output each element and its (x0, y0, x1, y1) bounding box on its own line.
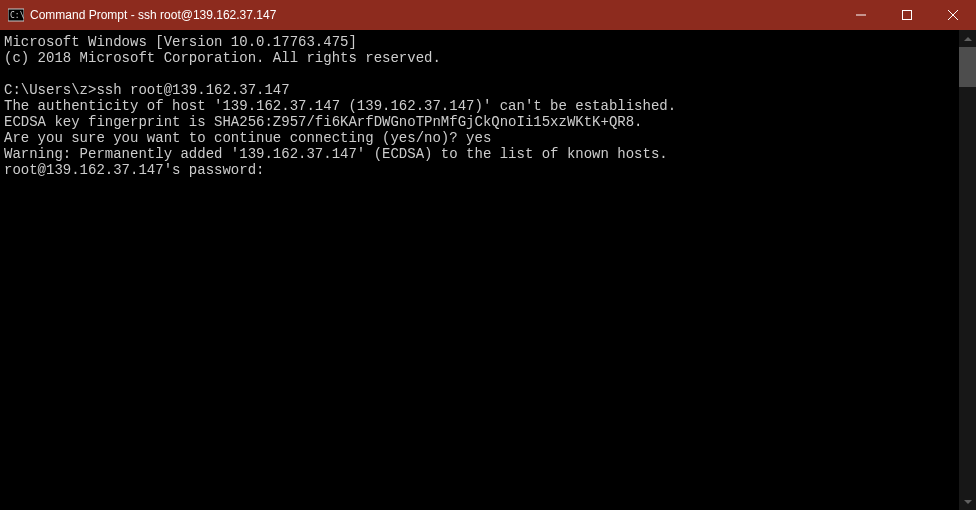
close-button[interactable] (930, 0, 976, 30)
minimize-button[interactable] (838, 0, 884, 30)
window-controls (838, 0, 976, 30)
svg-marker-6 (964, 37, 972, 41)
scrollbar[interactable] (959, 30, 976, 510)
maximize-button[interactable] (884, 0, 930, 30)
svg-text:C:\: C:\ (10, 11, 24, 20)
svg-rect-3 (903, 11, 912, 20)
scrollbar-thumb[interactable] (959, 47, 976, 87)
window-title: Command Prompt - ssh root@139.162.37.147 (30, 8, 838, 22)
scrollbar-up-button[interactable] (959, 30, 976, 47)
scrollbar-down-button[interactable] (959, 493, 976, 510)
terminal-output[interactable]: Microsoft Windows [Version 10.0.17763.47… (0, 30, 959, 510)
svg-marker-7 (964, 500, 972, 504)
titlebar[interactable]: C:\ Command Prompt - ssh root@139.162.37… (0, 0, 976, 30)
cmd-icon: C:\ (8, 7, 24, 23)
terminal-area: Microsoft Windows [Version 10.0.17763.47… (0, 30, 976, 510)
